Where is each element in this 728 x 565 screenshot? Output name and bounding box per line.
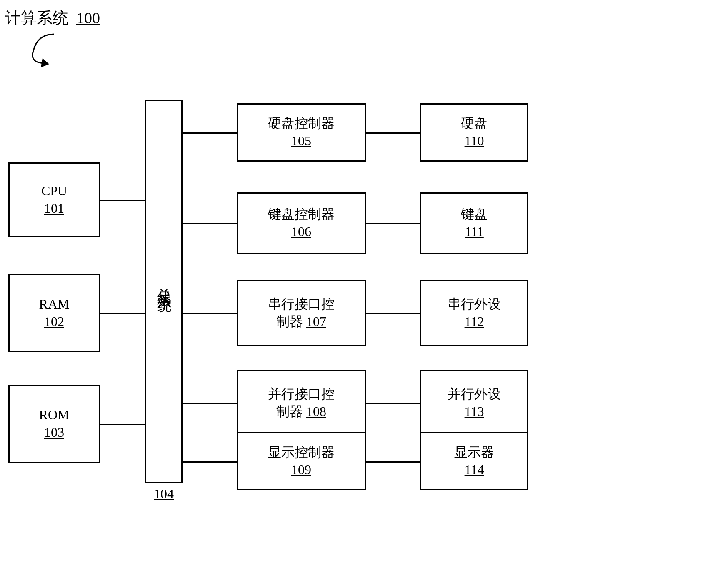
rom-number: 103 bbox=[44, 424, 64, 441]
ctrl-label-4b: 制器 108 bbox=[276, 403, 326, 421]
title-area: 计算系统 100 bbox=[5, 7, 100, 29]
per-label-3: 串行外设 bbox=[448, 296, 501, 313]
per-number-1: 110 bbox=[465, 132, 484, 150]
per-label-5: 显示器 bbox=[454, 444, 494, 461]
per-box-4: 并行外设 113 bbox=[420, 370, 528, 436]
per-label-4: 并行外设 bbox=[448, 386, 501, 403]
per-number-4: 113 bbox=[465, 403, 484, 421]
cpu-number: 101 bbox=[44, 200, 64, 217]
decorative-arrow bbox=[25, 30, 75, 67]
per-number-2: 111 bbox=[465, 223, 484, 241]
per-box-3: 串行外设 112 bbox=[420, 280, 528, 346]
title-text: 计算系统 bbox=[5, 9, 68, 27]
bus-to-ctrl-2 bbox=[183, 223, 237, 224]
ctrl-to-per-3 bbox=[366, 313, 420, 314]
ctrl-to-per-4 bbox=[366, 403, 420, 404]
per-label-1: 硬盘 bbox=[461, 115, 488, 132]
ctrl-to-per-2 bbox=[366, 223, 420, 224]
ctrl-box-4: 并行接口控 制器 108 bbox=[237, 370, 366, 436]
ctrl-box-5: 显示控制器 109 bbox=[237, 432, 366, 490]
cpu-label: CPU bbox=[41, 182, 67, 200]
title-number: 100 bbox=[76, 9, 100, 27]
bus-to-ctrl-1 bbox=[183, 132, 237, 134]
diagram: 计算系统 100 CPU 101 RAM 102 ROM 103 总线系统 10… bbox=[0, 0, 728, 565]
ctrl-label-1: 硬盘控制器 bbox=[268, 115, 335, 132]
ctrl-box-3: 串行接口控 制器 107 bbox=[237, 280, 366, 346]
per-number-5: 114 bbox=[465, 461, 484, 479]
ctrl-number-1: 105 bbox=[291, 132, 311, 150]
ctrl-label-2: 键盘控制器 bbox=[268, 206, 335, 223]
bus-label-container: 总线系统 bbox=[145, 100, 183, 466]
cpu-box: CPU 101 bbox=[8, 162, 100, 237]
ctrl-to-per-1 bbox=[366, 132, 420, 134]
per-number-3: 112 bbox=[465, 313, 484, 331]
per-box-1: 硬盘 110 bbox=[420, 103, 528, 162]
ram-label: RAM bbox=[39, 296, 70, 313]
ctrl-number-5: 109 bbox=[291, 461, 311, 479]
ctrl-box-2: 键盘控制器 106 bbox=[237, 192, 366, 254]
ram-number: 102 bbox=[44, 313, 64, 331]
svg-marker-0 bbox=[41, 58, 49, 67]
bus-to-ctrl-4 bbox=[183, 403, 237, 404]
bus-to-ctrl-5 bbox=[183, 461, 237, 463]
ctrl-box-1: 硬盘控制器 105 bbox=[237, 103, 366, 162]
ctrl-label-3b: 制器 107 bbox=[276, 313, 326, 331]
ctrl-label-4: 并行接口控 bbox=[268, 386, 335, 403]
rom-connector bbox=[100, 424, 146, 425]
ctrl-label-3: 串行接口控 bbox=[268, 296, 335, 313]
per-box-2: 键盘 111 bbox=[420, 192, 528, 254]
cpu-connector bbox=[100, 200, 146, 201]
ctrl-label-5: 显示控制器 bbox=[268, 444, 335, 461]
rom-label: ROM bbox=[39, 406, 70, 424]
ctrl-to-per-5 bbox=[366, 461, 420, 463]
bus-label-text: 总线系统 bbox=[157, 276, 171, 290]
bus-to-ctrl-3 bbox=[183, 313, 237, 314]
per-box-5: 显示器 114 bbox=[420, 432, 528, 490]
bus-number-container: 104 bbox=[145, 486, 183, 502]
ram-connector bbox=[100, 313, 146, 314]
bus-number: 104 bbox=[154, 486, 174, 501]
ram-box: RAM 102 bbox=[8, 274, 100, 352]
rom-box: ROM 103 bbox=[8, 385, 100, 463]
per-label-2: 键盘 bbox=[461, 206, 488, 223]
ctrl-number-2: 106 bbox=[291, 223, 311, 241]
